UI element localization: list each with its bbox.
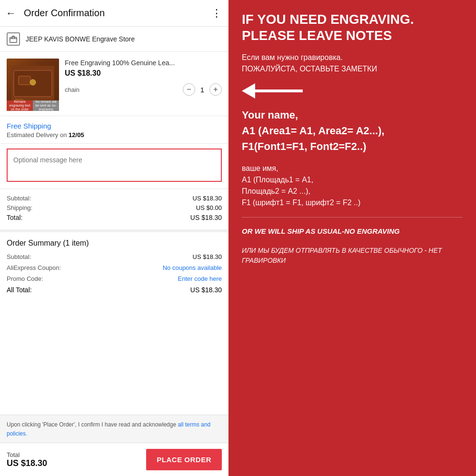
decrease-qty-button[interactable]: − [183,83,195,96]
summary-all-total-row: All Total: US $18.30 [7,286,222,294]
back-button[interactable]: ← [6,7,16,20]
order-summary-title: Order Summary (1 item) [7,239,222,248]
svg-rect-0 [10,37,17,42]
right-panel: If YOU NEED ENGRAVING. PLEASE LEAVE NOTE… [228,0,476,476]
terms-text: Upon clicking 'Place Order', I confirm I… [7,421,178,428]
shipping-value: US $0.00 [196,204,222,211]
label-left: Remark engraving text on the order [7,100,33,111]
order-summary-section: Order Summary (1 item) Subtotal: US $18.… [0,232,228,415]
summary-all-total-value: US $18.30 [190,286,222,294]
footer-total-label: Total [7,451,47,458]
store-icon [7,32,20,46]
page-title: Order Confirmation [24,8,211,19]
subtotal-label: Subtotal: [7,195,31,202]
summary-promo-value[interactable]: Enter code here [178,275,222,282]
divider [242,217,463,218]
product-info: Free Engraving 100% Genuine Lea... US $1… [65,59,222,96]
total-row: Total: US $18.30 [7,214,222,221]
shipping-label: Shipping: [7,204,32,211]
svg-rect-3 [19,76,30,85]
product-image: Jeep Remark engraving text on the order … [7,59,59,111]
left-panel: ← Order Confirmation ⋮ JEEP KAVIS BONWE … [0,0,228,476]
price-summary: Subtotal: US $18.30 Shipping: US $0.00 T… [0,189,228,232]
arrow-head-icon [242,83,255,99]
header: ← Order Confirmation ⋮ [0,0,228,27]
footer-total: Total US $18.30 [7,451,47,468]
arrow-line [255,89,303,92]
delivery-date: 12/05 [69,131,84,139]
quantity-value: 1 [198,86,207,94]
free-shipping-label: Free Shipping [7,122,222,130]
summary-subtotal-value: US $18.30 [193,253,222,260]
summary-coupon-row: AliExpress Coupon: No coupons available [7,264,222,271]
more-options-button[interactable]: ⋮ [211,7,223,20]
quantity-control: − 1 + [183,83,222,96]
name-format-en: Your name, A1 (Area1= A1, Area2= A2...),… [242,107,463,154]
product-price: US $18.30 [65,69,222,78]
shipping-section: Free Shipping Estimated Delivery on 12/0… [0,116,228,144]
name-format-ru: ваше имя, А1 (Площадь1 = А1, Площадь2 = … [242,163,463,208]
subtotal-value: US $18.30 [193,195,222,202]
message-input[interactable] [7,149,222,182]
engraving-subtext-ru: Если вам нужно гравировка. ПОЖАЛУЙСТА, О… [242,52,463,75]
product-title: Free Engraving 100% Genuine Lea... [65,59,222,67]
delivery-info: Estimated Delivery on 12/05 [7,131,222,139]
increase-qty-button[interactable]: + [209,83,222,96]
summary-coupon-value: No coupons available [163,264,222,271]
product-section: Jeep Remark engraving text on the order … [0,52,228,116]
total-label: Total: [7,214,22,221]
summary-subtotal-row: Subtotal: US $18.30 [7,253,222,260]
product-variant: chain [65,86,179,93]
footer-total-amount: US $18.30 [7,458,47,468]
svg-point-4 [30,79,36,85]
message-section [0,144,228,189]
no-engraving-en: OR WE WILL SHIP AS USUAL-NO ENGRAVING [242,226,463,237]
terms-section: Upon clicking 'Place Order', I confirm I… [0,415,228,443]
footer-bar: Total US $18.30 PLACE ORDER [0,443,228,476]
no-engraving-ru: ИЛИ МЫ БУДЕМ ОТПРАВЛЯТЬ В КАЧЕСТВЕ ОБЫЧН… [242,246,463,266]
subtotal-row: Subtotal: US $18.30 [7,195,222,202]
summary-all-total-label: All Total: [7,286,32,294]
summary-coupon-label: AliExpress Coupon: [7,264,61,271]
summary-subtotal-label: Subtotal: [7,253,31,260]
summary-promo-row: Promo Code: Enter code here [7,275,222,282]
place-order-button[interactable]: PLACE ORDER [146,449,222,470]
total-value: US $18.30 [190,214,222,221]
summary-promo-label: Promo Code: [7,275,43,282]
engraving-heading: If YOU NEED ENGRAVING. PLEASE LEAVE NOTE… [242,11,463,43]
store-row: JEEP KAVIS BONWE Engrave Store [0,27,228,52]
store-name: JEEP KAVIS BONWE Engrave Store [26,35,135,43]
arrow-indicator [242,83,463,99]
shipping-row: Shipping: US $0.00 [7,204,222,211]
label-right: No remark will be sent as no-engraving [33,100,59,111]
